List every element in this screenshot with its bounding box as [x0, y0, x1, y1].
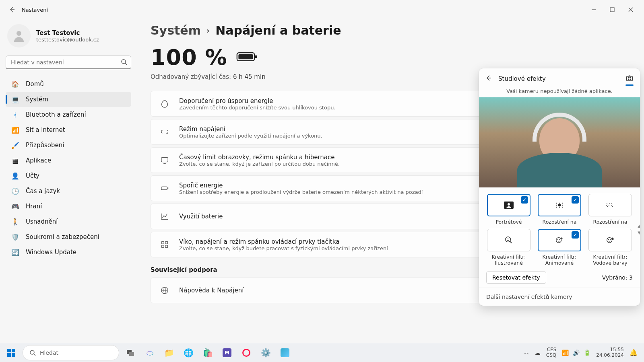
effects-scroll-indicator[interactable]: ▲▼	[638, 224, 640, 235]
svg-rect-7	[161, 187, 167, 189]
effect-blur-standard[interactable]: Rozostření na	[588, 194, 633, 225]
taskbar-app-store[interactable]: 🛍️	[200, 345, 216, 361]
studio-effects-flyout: Studiové efekty Vaši kameru nepoužívají …	[479, 68, 640, 306]
breadcrumb-current: Napájení a baterie	[215, 23, 341, 37]
nav-label: Soukromí a zabezpečení	[26, 233, 99, 241]
nav-home[interactable]: 🏠Domů	[6, 76, 131, 92]
nav-accounts[interactable]: 👤Účty	[6, 168, 131, 183]
nav-label: Účty	[26, 172, 39, 179]
copilot-icon: ⬭	[147, 348, 153, 358]
nav-system[interactable]: 💻Systém	[6, 92, 131, 107]
effect-label: Rozostření na	[543, 219, 577, 225]
tray-status-icons[interactable]: 📶 🔊 🔋	[562, 350, 590, 356]
sidebar: Test Testovic testtestovic@outlook.cz 🏠D…	[0, 19, 137, 343]
card-sub: Snížení spotřeby energie a prodloužení v…	[179, 189, 423, 195]
taskbar-app-settings[interactable]: ⚙️	[258, 345, 274, 361]
effect-filter-animated[interactable]: ✓ Kreativní filtr:Animované	[537, 229, 582, 266]
portrait-icon	[504, 201, 514, 209]
windows-icon	[7, 348, 16, 357]
taskbar-app-generic-1[interactable]: M	[219, 345, 235, 361]
taskbar-app-opera[interactable]	[238, 345, 254, 361]
battery-leaf-icon	[159, 184, 170, 193]
effect-blur-portrait[interactable]: ✓ Rozostření na	[537, 194, 582, 225]
check-icon: ✓	[572, 196, 579, 204]
leaf-icon	[159, 99, 170, 108]
taskbar-search[interactable]: Hledat	[23, 345, 119, 360]
reset-effects-button[interactable]: Resetovat efekty	[486, 272, 546, 284]
taskbar-app-explorer[interactable]: 📁	[161, 345, 177, 361]
app-icon	[281, 348, 289, 357]
svg-rect-38	[7, 353, 11, 357]
flyout-header: Studiové efekty	[479, 68, 640, 86]
tray-onedrive-icon[interactable]: ☁	[535, 350, 541, 356]
tray-overflow[interactable]: ︿	[524, 349, 529, 356]
more-camera-settings-link[interactable]: Další nastavení efektů kamery	[479, 288, 640, 306]
close-button[interactable]	[621, 3, 640, 16]
flyout-back-button[interactable]	[485, 75, 492, 82]
start-button[interactable]	[3, 345, 19, 361]
camera-tab[interactable]	[625, 74, 634, 83]
flyout-footer: Resetovat efekty Vybráno: 3	[479, 267, 640, 288]
lid-icon	[159, 240, 170, 249]
nav-list: 🏠Domů 💻Systém ᚼBluetooth a zařízení 📶Síť…	[6, 76, 131, 260]
effect-filter-watercolor[interactable]: Kreativní filtr:Vodové barvy	[588, 229, 633, 266]
effect-portrait[interactable]: ✓ Portrétové	[486, 194, 531, 225]
smile-pencil-icon	[504, 236, 513, 245]
minimize-icon	[591, 7, 596, 12]
nav-time[interactable]: 🕒Čas a jazyk	[6, 183, 131, 199]
nav-update[interactable]: 🔄Windows Update	[6, 245, 131, 260]
blur-std-icon	[605, 201, 615, 209]
back-button[interactable]	[4, 2, 20, 18]
nav-personalization[interactable]: 🖌️Přizpůsobení	[6, 138, 131, 153]
tray-clock[interactable]: 15:55 24.06.2024	[596, 347, 624, 358]
search-input[interactable]	[6, 56, 131, 69]
svg-point-26	[558, 204, 561, 206]
svg-rect-0	[610, 8, 614, 12]
notifications-icon[interactable]: 🔔	[630, 349, 638, 356]
flyout-subtitle: Vaši kameru nepoužívají žádné aplikace.	[479, 86, 640, 97]
card-title: Využití baterie	[179, 213, 223, 220]
nav-label: Windows Update	[26, 249, 76, 256]
apps-icon: ▦	[11, 156, 19, 165]
window-title: Nastavení	[22, 7, 48, 13]
svg-point-22	[562, 205, 563, 206]
edge-icon: 🌐	[184, 348, 194, 358]
card-sub: Zavedením těchto doporučení snížíte svou…	[179, 105, 336, 111]
home-icon: 🏠	[11, 80, 19, 88]
selected-count: Vybráno: 3	[602, 274, 633, 281]
tray-language[interactable]: CES CSQ	[546, 347, 556, 358]
taskbar-app-taskview[interactable]	[122, 345, 138, 361]
profile-block[interactable]: Test Testovic testtestovic@outlook.cz	[6, 22, 131, 56]
nav-bluetooth[interactable]: ᚼBluetooth a zařízení	[6, 107, 131, 122]
close-icon	[628, 7, 633, 12]
blur-icon	[554, 201, 565, 209]
effect-filter-illustrated[interactable]: Kreativní filtr:Ilustrované	[486, 229, 531, 266]
minimize-button[interactable]	[584, 3, 603, 16]
graph-icon	[159, 212, 170, 221]
taskbar-app-generic-2[interactable]	[277, 345, 293, 361]
svg-rect-4	[238, 54, 253, 60]
effect-label: Kreativní filtr:Ilustrované	[492, 254, 526, 266]
nav-apps[interactable]: ▦Aplikace	[6, 153, 131, 168]
svg-point-18	[556, 203, 557, 204]
search-icon	[29, 350, 36, 356]
breadcrumb: Systém › Napájení a baterie	[151, 23, 625, 37]
card-title: Doporučení pro úsporu energie	[179, 97, 336, 105]
nav-privacy[interactable]: 🛡️Soukromí a zabezpečení	[6, 229, 131, 245]
nav-gaming[interactable]: 🎮Hraní	[6, 199, 131, 214]
card-title: Víko, napájení a režim spánku ovládací p…	[179, 238, 388, 245]
breadcrumb-parent[interactable]: Systém	[151, 23, 201, 37]
card-sub: Zvolte, co se stane, když je zařízení po…	[179, 161, 340, 167]
wifi-icon: 📶	[11, 126, 19, 134]
brush-icon: 🖌️	[11, 141, 19, 149]
nav-network[interactable]: 📶Síť a internet	[6, 122, 131, 138]
titlebar: Nastavení	[0, 0, 644, 19]
clock-icon: 🕒	[11, 187, 19, 195]
back-arrow-icon	[9, 6, 15, 13]
svg-rect-11	[162, 245, 164, 248]
taskbar-app-edge[interactable]: 🌐	[180, 345, 196, 361]
taskbar-app-copilot[interactable]: ⬭	[142, 345, 158, 361]
maximize-button[interactable]	[603, 3, 621, 16]
svg-rect-8	[167, 187, 168, 189]
nav-accessibility[interactable]: 🚶Usnadnění	[6, 214, 131, 229]
